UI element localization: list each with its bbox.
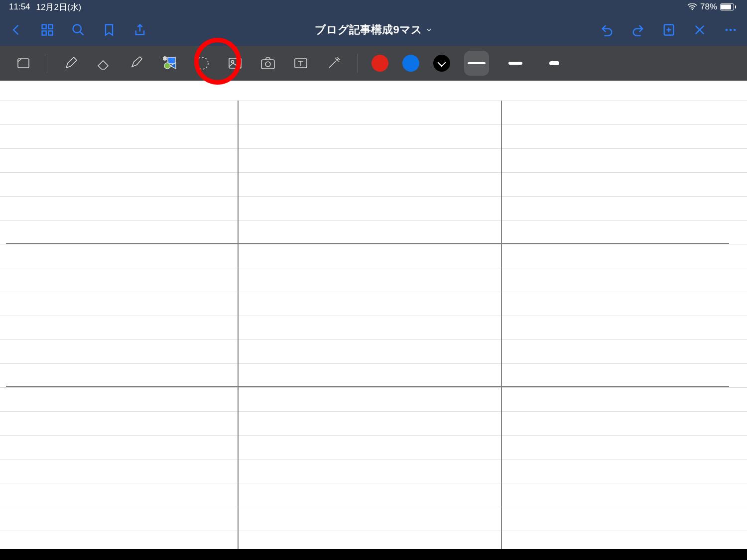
redo-button[interactable]	[630, 22, 645, 37]
svg-rect-3	[42, 31, 46, 35]
color-swatch-red[interactable]	[372, 55, 388, 72]
grid-line-horizontal	[6, 243, 729, 244]
stroke-width-medium[interactable]	[503, 51, 528, 76]
status-date: 12月2日(水)	[36, 1, 82, 13]
chevron-down-icon	[426, 27, 432, 33]
svg-text:✱: ✱	[163, 56, 167, 61]
thumbnails-button[interactable]	[40, 22, 55, 37]
zoom-tool[interactable]	[14, 54, 33, 73]
stroke-width-thin[interactable]	[464, 51, 489, 76]
undo-button[interactable]	[600, 22, 615, 37]
more-button[interactable]	[723, 22, 738, 37]
svg-point-13	[730, 29, 732, 31]
svg-rect-2	[48, 25, 52, 29]
share-button[interactable]	[132, 22, 147, 37]
svg-point-18	[164, 63, 170, 69]
stroke-width-thick[interactable]	[542, 51, 567, 76]
status-bar: 11:54 12月2日(水) 78%	[0, 0, 747, 14]
text-tool[interactable]	[291, 54, 310, 73]
svg-point-12	[726, 29, 728, 31]
app-bar: ブログ記事構成9マス	[0, 14, 747, 46]
svg-point-0	[692, 9, 693, 10]
back-button[interactable]	[9, 22, 24, 37]
note-canvas[interactable]	[0, 81, 747, 549]
battery-percentage: 78%	[700, 2, 717, 12]
wifi-icon	[687, 3, 697, 10]
ruled-lines	[0, 81, 747, 549]
bookmark-button[interactable]	[102, 22, 117, 37]
color-swatch-black[interactable]	[433, 55, 450, 72]
annotation-highlight-ring	[194, 38, 241, 85]
document-title: ブログ記事構成9マス	[315, 22, 422, 37]
close-tools-button[interactable]	[692, 22, 707, 37]
svg-point-5	[73, 25, 81, 33]
bottom-bar	[0, 549, 747, 560]
battery-icon	[720, 3, 736, 10]
svg-line-6	[80, 32, 84, 35]
add-page-button[interactable]	[661, 22, 676, 37]
drawing-toolbar: ✱	[0, 46, 747, 81]
svg-point-14	[734, 29, 736, 31]
camera-tool[interactable]	[258, 54, 277, 73]
grid-line-vertical	[501, 101, 502, 549]
highlighter-tool[interactable]	[127, 54, 146, 73]
shapes-tool[interactable]: ✱	[160, 54, 179, 73]
search-button[interactable]	[71, 22, 86, 37]
svg-rect-23	[261, 60, 274, 69]
svg-rect-1	[42, 25, 46, 29]
clock-time: 11:54	[9, 2, 30, 12]
color-swatch-blue[interactable]	[402, 55, 419, 72]
eraser-tool[interactable]	[94, 54, 113, 73]
grid-line-vertical	[238, 101, 239, 549]
pen-tool[interactable]	[61, 54, 80, 73]
grid-line-horizontal	[6, 386, 729, 387]
svg-rect-4	[48, 31, 52, 35]
document-title-dropdown[interactable]: ブログ記事構成9マス	[315, 22, 432, 37]
svg-point-28	[336, 59, 338, 61]
laser-pointer-tool[interactable]	[324, 54, 343, 73]
svg-point-24	[265, 62, 270, 67]
